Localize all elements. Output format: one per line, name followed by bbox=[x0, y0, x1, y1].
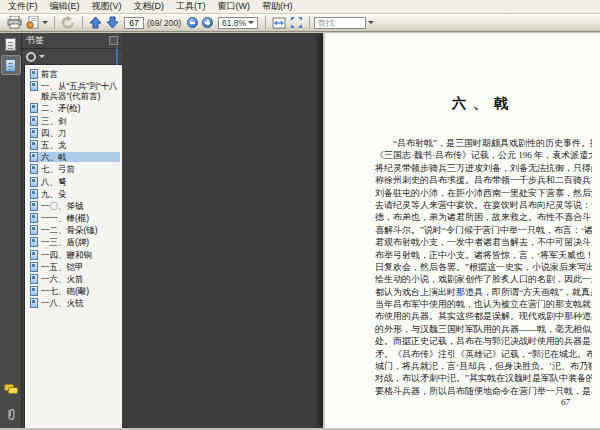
bookmark-label: 四、刀 bbox=[41, 128, 67, 138]
bookmark-page-icon bbox=[30, 116, 38, 126]
pages-panel-button[interactable] bbox=[1, 34, 21, 54]
find-input[interactable] bbox=[314, 17, 366, 29]
bookmark-item[interactable]: 一三、盾(牌) bbox=[29, 237, 120, 247]
body-text-line: 布举弓射戟，正中小支。诸将皆惊，言，‘将军天威也！’明 bbox=[375, 249, 592, 261]
export-button[interactable] bbox=[24, 15, 50, 30]
page-number-label: 67 bbox=[561, 397, 570, 407]
bookmark-item[interactable]: 八、弩 bbox=[29, 177, 120, 187]
body-text-line: 刘备驻屯的小沛，在距小沛西南一里处安下营寨，然后派人 bbox=[375, 187, 592, 199]
bookmark-item[interactable]: 一二、骨朵(锤) bbox=[29, 225, 120, 235]
bookmark-label: 一七、砲(礮) bbox=[41, 286, 89, 296]
bookmark-item[interactable]: 一〇、斧钺 bbox=[29, 201, 120, 211]
bookmark-label: 一五、铠甲 bbox=[41, 262, 84, 272]
bookmark-item[interactable]: 九、殳 bbox=[29, 189, 120, 199]
menu-item[interactable]: 视图(V) bbox=[86, 0, 128, 13]
toolbar-separator bbox=[82, 16, 83, 29]
bookmark-item[interactable]: 一六、火箭 bbox=[29, 274, 120, 284]
bookmark-page-icon bbox=[30, 189, 38, 199]
comments-icon bbox=[4, 384, 18, 395]
page-number-input[interactable] bbox=[124, 17, 144, 29]
bookmark-page-icon bbox=[30, 237, 38, 247]
page-count-label: (69/ 200) bbox=[147, 18, 181, 28]
fullscreen-button[interactable] bbox=[288, 15, 305, 30]
bookmark-item[interactable]: 一一、棒(棍) bbox=[29, 213, 120, 223]
bookmark-label: 一二、骨朵(锤) bbox=[41, 225, 98, 235]
body-text-line: “吕布射戟”，是三国时期颇具戏剧性的历史事件。据 bbox=[375, 137, 592, 149]
bookmark-item[interactable]: 一五、铠甲 bbox=[29, 262, 120, 272]
next-page-button[interactable] bbox=[104, 15, 121, 30]
zoom-in-button[interactable] bbox=[202, 17, 213, 28]
find-dropdown-caret[interactable] bbox=[368, 21, 374, 24]
body-text-line: 矛。《吕布传》注引《英雄记》记载，“郭汜在城北。布开 bbox=[375, 348, 592, 360]
body-text-line: 城门，将兵就汜，言‘且却兵，但身决胜负。’汜、布乃独共 bbox=[375, 360, 592, 372]
body-text-line: 称徐州刺史的吕布求援。吕布带领一千步兵和二百骑兵前往 bbox=[375, 174, 592, 186]
zoom-level-select[interactable]: 61.8% bbox=[218, 17, 258, 29]
bookmark-item[interactable]: 一四、鞭和锏 bbox=[29, 250, 120, 260]
menu-item[interactable]: 帮助(H) bbox=[256, 0, 299, 13]
pdf-page: 六、戟 “吕布射戟”，是三国时期颇具戏剧性的历史事件。据 《三国志·魏书·吕布传… bbox=[323, 33, 600, 428]
print-button[interactable] bbox=[5, 15, 24, 30]
bookmarks-panel-title: 书签 bbox=[26, 34, 44, 47]
navigation-tab-strip bbox=[0, 33, 22, 428]
body-text-line: 去请纪灵等人来营中宴饮。在宴饮时吕布向纪灵等说：“玄 bbox=[375, 199, 592, 211]
document-view[interactable]: 六、戟 “吕布射戟”，是三国时期颇具戏剧性的历史事件。据 《三国志·魏书·吕布传… bbox=[122, 33, 600, 428]
bookmark-page-icon bbox=[30, 262, 38, 272]
bookmark-label: 一四、鞭和锏 bbox=[41, 250, 92, 260]
body-text-line: 绘生动的小说，戏剧家创作了脍炙人口的名剧，因此一般人 bbox=[375, 273, 592, 285]
bookmark-page-icon bbox=[30, 213, 38, 223]
gear-icon bbox=[26, 52, 36, 62]
panel-menu-button[interactable] bbox=[109, 36, 118, 45]
bookmarks-options-button[interactable] bbox=[26, 52, 45, 62]
zoom-out-button[interactable] bbox=[187, 17, 198, 28]
bookmark-page-icon bbox=[30, 250, 38, 260]
menu-item[interactable]: 工具(T) bbox=[170, 0, 212, 13]
menu-item[interactable]: 文档(D) bbox=[128, 0, 171, 13]
fullscreen-icon bbox=[290, 16, 303, 29]
bookmarks-panel: 书签 前言 一、从“五兵”到“十八般兵器”(代前言) bbox=[22, 33, 122, 428]
body-text-line: 处。而据正史记载，吕布在与郭汜决战时使用的兵器是马 bbox=[375, 335, 592, 347]
menu-item[interactable]: 文件(F) bbox=[2, 0, 44, 13]
body-text-line: 喜解斗尔。”说时“令门候于营门中举一只戟，布言：‘诸 bbox=[375, 224, 592, 236]
bookmark-item[interactable]: 前言 bbox=[29, 69, 120, 79]
attachments-panel-button[interactable] bbox=[1, 404, 21, 424]
fit-width-button[interactable] bbox=[270, 15, 288, 30]
menu-item[interactable]: 编辑(E) bbox=[44, 0, 86, 13]
bookmark-page-icon bbox=[30, 274, 38, 284]
menu-item[interactable]: 窗口(W) bbox=[212, 0, 257, 13]
export-dropdown-caret[interactable] bbox=[42, 21, 48, 24]
bookmark-item[interactable]: 七、弓箭 bbox=[29, 164, 120, 174]
fit-width-icon bbox=[272, 17, 286, 29]
bookmark-label: 一六、火箭 bbox=[41, 274, 84, 284]
bookmark-item[interactable]: 二、矛(枪) bbox=[29, 103, 120, 113]
bookmark-item[interactable]: 四、刀 bbox=[29, 128, 120, 138]
bookmark-item[interactable]: 三、剑 bbox=[29, 116, 120, 126]
bookmark-page-icon bbox=[30, 286, 38, 296]
bookmarks-panel-button[interactable] bbox=[1, 55, 21, 75]
pdf-reader-window: { "menu_bar": { "items": ["文件(F)", "编辑(E… bbox=[0, 0, 600, 430]
comments-panel-button[interactable] bbox=[1, 379, 21, 399]
bookmark-label: 五、戈 bbox=[41, 140, 67, 150]
page-down-icon bbox=[106, 16, 119, 29]
goto-current-bookmark-button[interactable] bbox=[116, 48, 118, 66]
current-bookmark-icon bbox=[116, 47, 118, 66]
bookmark-item[interactable]: 五、戈 bbox=[29, 140, 120, 150]
bookmark-page-icon bbox=[30, 140, 38, 150]
bookmark-label: 一、从“五兵”到“十八般兵器”(代前言) bbox=[41, 81, 119, 101]
bookmark-item[interactable]: 一七、砲(礮) bbox=[29, 286, 120, 296]
bookmark-label: 一三、盾(牌) bbox=[41, 237, 89, 247]
bookmark-label: 一〇、斧钺 bbox=[41, 201, 84, 211]
options-caret-icon bbox=[39, 55, 45, 58]
bookmark-page-icon bbox=[30, 225, 38, 235]
bookmark-page-icon bbox=[30, 128, 38, 138]
previous-view-button[interactable] bbox=[59, 15, 78, 30]
body-text-line: 的外形，与汉魏三国时军队用的兵器——戟，毫无相似之 bbox=[375, 323, 592, 335]
bookmark-label: 八、弩 bbox=[41, 177, 67, 187]
pages-icon bbox=[5, 38, 16, 51]
chapter-title: 六、戟 bbox=[375, 95, 592, 113]
menu-bar: 文件(F) 编辑(E) 视图(V) 文档(D) 工具(T) 窗口(W) 帮助(H… bbox=[0, 0, 600, 14]
body-text-line: 都认为戏台上演出时那道具，即所谓“方天画戟”，就真是 bbox=[375, 286, 592, 298]
bookmark-item[interactable]: 六、戟 bbox=[29, 152, 120, 162]
bookmark-item[interactable]: 一八、火铳 bbox=[29, 298, 120, 308]
bookmark-item[interactable]: 一、从“五兵”到“十八般兵器”(代前言) bbox=[29, 81, 120, 101]
previous-page-button[interactable] bbox=[87, 15, 104, 30]
